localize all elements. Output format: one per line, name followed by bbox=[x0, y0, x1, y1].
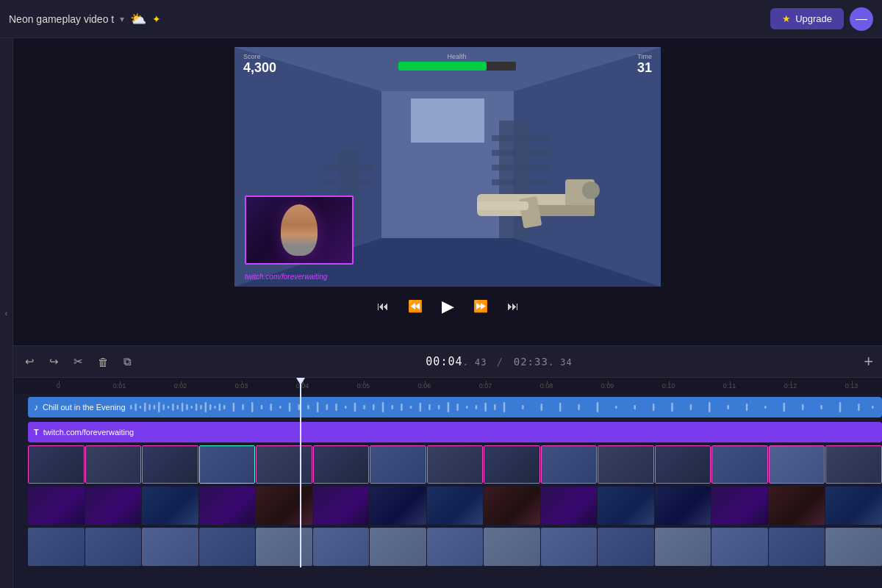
game-thumb-1[interactable] bbox=[28, 528, 85, 566]
svg-rect-80 bbox=[671, 403, 673, 412]
webcam-thumb-4[interactable] bbox=[199, 487, 256, 525]
webcam-thumb-13[interactable] bbox=[711, 487, 768, 525]
svg-rect-48 bbox=[288, 403, 290, 412]
skip-to-start-button[interactable]: ⏮ bbox=[374, 298, 392, 315]
webcam-thumb-15[interactable] bbox=[825, 487, 882, 525]
score-value: 4,300 bbox=[243, 60, 276, 76]
pip-thumb-4[interactable] bbox=[199, 445, 256, 484]
webcam-thumb-8[interactable] bbox=[427, 487, 484, 525]
svg-rect-68 bbox=[475, 405, 477, 409]
pip-thumb-1[interactable] bbox=[28, 445, 85, 484]
webcam-thumb-3[interactable] bbox=[142, 487, 198, 525]
header-left: Neon gameplay video t ▾ ⛅ ✦ bbox=[9, 11, 161, 27]
upgrade-star-icon: ★ bbox=[782, 13, 791, 24]
pip-thumb-9[interactable] bbox=[484, 445, 540, 484]
game-thumb-12[interactable] bbox=[655, 528, 711, 566]
audio-track[interactable]: ♪ Chill out in the Evening bbox=[28, 397, 882, 417]
app-header: Neon gameplay video t ▾ ⛅ ✦ ★ Upgrade — bbox=[0, 0, 882, 38]
pip-thumb-8[interactable] bbox=[427, 445, 484, 484]
fast-forward-button[interactable]: ⏩ bbox=[470, 298, 491, 315]
game-thumb-8[interactable] bbox=[427, 528, 484, 566]
project-title-chevron[interactable]: ▾ bbox=[120, 14, 124, 24]
svg-rect-83 bbox=[727, 405, 729, 409]
svg-rect-91 bbox=[872, 406, 874, 409]
svg-rect-22 bbox=[135, 404, 137, 411]
text-track-label: twitch.com/foreverwaiting bbox=[43, 428, 135, 437]
game-thumb-7[interactable] bbox=[370, 528, 426, 566]
game-thumb-11[interactable] bbox=[598, 528, 654, 566]
svg-rect-51 bbox=[316, 402, 318, 412]
ruler-mark-10: 0:10 bbox=[638, 382, 699, 390]
svg-rect-39 bbox=[214, 406, 216, 409]
svg-rect-9 bbox=[492, 150, 551, 156]
webcam-thumb-7[interactable] bbox=[370, 487, 426, 525]
game-thumb-4[interactable] bbox=[199, 528, 256, 566]
game-thumb-5[interactable] bbox=[256, 528, 312, 566]
svg-rect-10 bbox=[492, 165, 551, 171]
game-thumb-9[interactable] bbox=[484, 528, 540, 566]
add-track-button[interactable]: + bbox=[864, 354, 873, 370]
svg-rect-69 bbox=[484, 403, 487, 412]
game-thumb-13[interactable] bbox=[711, 528, 768, 566]
pip-thumb-3[interactable] bbox=[142, 445, 198, 484]
svg-rect-53 bbox=[335, 404, 337, 411]
webcam-thumb-12[interactable] bbox=[655, 487, 711, 525]
game-thumb-6[interactable] bbox=[313, 528, 370, 566]
svg-rect-34 bbox=[190, 406, 193, 409]
svg-rect-45 bbox=[260, 405, 262, 409]
user-menu-button[interactable]: — bbox=[850, 7, 873, 31]
svg-rect-87 bbox=[801, 404, 803, 410]
svg-rect-54 bbox=[344, 406, 346, 409]
svg-rect-42 bbox=[232, 403, 234, 412]
delete-button[interactable]: 🗑 bbox=[95, 353, 112, 371]
skip-to-end-button[interactable]: ⏭ bbox=[504, 298, 522, 315]
upgrade-button[interactable]: ★ Upgrade bbox=[770, 8, 844, 29]
pip-thumb-13[interactable] bbox=[711, 445, 768, 484]
pip-thumb-11[interactable] bbox=[598, 445, 654, 484]
undo-button[interactable]: ↩ bbox=[22, 352, 37, 371]
pip-thumb-5[interactable] bbox=[256, 445, 312, 484]
pip-thumb-7[interactable] bbox=[370, 445, 426, 484]
svg-rect-71 bbox=[503, 402, 505, 412]
hud-health: Health bbox=[398, 53, 516, 71]
game-thumb-3[interactable] bbox=[142, 528, 198, 566]
pip-thumb-10[interactable] bbox=[541, 445, 598, 484]
pip-thumb-14[interactable] bbox=[769, 445, 825, 484]
pip-thumb-2[interactable] bbox=[85, 445, 142, 484]
game-thumb-2[interactable] bbox=[85, 528, 142, 566]
ruler-mark-5: 0:05 bbox=[333, 382, 394, 390]
rewind-button[interactable]: ⏪ bbox=[405, 298, 426, 315]
play-button[interactable]: ▶ bbox=[439, 295, 457, 318]
cloud-save-icon[interactable]: ⛅ bbox=[130, 11, 146, 27]
playhead[interactable] bbox=[300, 378, 301, 567]
pip-thumb-15[interactable] bbox=[825, 445, 882, 484]
svg-rect-8 bbox=[492, 135, 551, 141]
ruler-mark-7: 0:07 bbox=[455, 382, 516, 390]
audio-track-label: Chill out in the Evening bbox=[43, 403, 126, 412]
webcam-thumb-2[interactable] bbox=[85, 487, 142, 525]
webcam-overlay bbox=[245, 196, 354, 265]
cut-button[interactable]: ✂ bbox=[71, 352, 86, 371]
game-thumb-15[interactable] bbox=[825, 528, 882, 566]
svg-rect-31 bbox=[176, 405, 179, 409]
pip-thumb-12[interactable] bbox=[655, 445, 711, 484]
webcam-thumb-11[interactable] bbox=[598, 487, 654, 525]
ruler-mark-8: 0:08 bbox=[516, 382, 577, 390]
left-panel-toggle[interactable]: ‹ bbox=[0, 38, 13, 588]
video-preview: Score 4,300 Health Time 31 bbox=[234, 47, 661, 287]
svg-rect-11 bbox=[492, 179, 551, 185]
preview-area: Score 4,300 Health Time 31 bbox=[13, 38, 882, 345]
webcam-thumb-10[interactable] bbox=[541, 487, 598, 525]
duplicate-button[interactable]: ⧉ bbox=[121, 352, 135, 371]
webcam-thumb-14[interactable] bbox=[769, 487, 825, 525]
webcam-thumb-6[interactable] bbox=[313, 487, 370, 525]
svg-rect-36 bbox=[200, 405, 202, 409]
redo-button[interactable]: ↪ bbox=[46, 352, 62, 371]
text-track[interactable]: T twitch.com/foreverwaiting bbox=[28, 422, 882, 442]
game-thumb-14[interactable] bbox=[769, 528, 825, 566]
game-thumb-10[interactable] bbox=[541, 528, 598, 566]
webcam-thumb-1[interactable] bbox=[28, 487, 85, 525]
pip-thumb-6[interactable] bbox=[313, 445, 370, 484]
webcam-thumb-5[interactable] bbox=[256, 487, 312, 525]
webcam-thumb-9[interactable] bbox=[484, 487, 540, 525]
